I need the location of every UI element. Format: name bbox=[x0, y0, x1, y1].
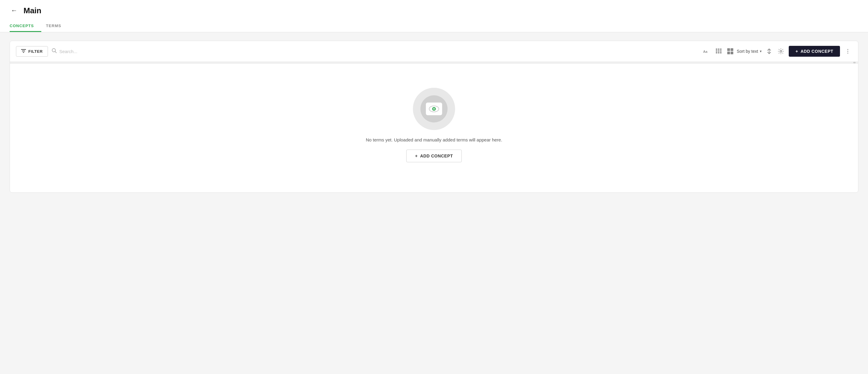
sort-direction-button[interactable] bbox=[765, 47, 773, 55]
back-button[interactable]: ← bbox=[10, 5, 19, 16]
svg-rect-8 bbox=[720, 49, 721, 50]
filter-icon bbox=[21, 49, 26, 54]
svg-point-20 bbox=[780, 50, 782, 52]
add-concept-label: ADD CONCEPT bbox=[801, 49, 833, 54]
main-card: FILTER Aa bbox=[10, 41, 858, 193]
view-icons: Aa bbox=[703, 48, 733, 54]
scrollbar-thumb[interactable] bbox=[853, 62, 856, 63]
content-area: FILTER Aa bbox=[0, 32, 868, 201]
tab-concepts[interactable]: CONCEPTS bbox=[10, 21, 41, 32]
svg-rect-6 bbox=[716, 49, 717, 50]
svg-rect-10 bbox=[718, 50, 719, 52]
add-concept-empty-plus-icon: + bbox=[415, 153, 418, 159]
svg-point-27 bbox=[434, 109, 435, 110]
svg-point-22 bbox=[847, 51, 848, 52]
svg-rect-14 bbox=[720, 52, 721, 53]
search-input[interactable] bbox=[59, 49, 172, 54]
more-options-button[interactable] bbox=[844, 47, 852, 56]
page-title: Main bbox=[24, 6, 41, 16]
filter-button[interactable]: FILTER bbox=[16, 46, 48, 57]
filter-label: FILTER bbox=[28, 49, 43, 54]
svg-rect-17 bbox=[727, 52, 730, 54]
tab-terms[interactable]: TERMS bbox=[46, 21, 69, 32]
svg-rect-9 bbox=[716, 50, 717, 52]
empty-icon-box bbox=[426, 103, 442, 115]
tabs-bar: CONCEPTS TERMS bbox=[10, 21, 858, 32]
settings-button[interactable] bbox=[777, 47, 785, 56]
svg-rect-13 bbox=[718, 52, 719, 53]
sort-label: Sort by text bbox=[737, 49, 758, 54]
search-icon bbox=[52, 48, 57, 55]
svg-rect-16 bbox=[731, 48, 733, 51]
header: ← Main CONCEPTS TERMS bbox=[0, 0, 868, 32]
grid-large-icon[interactable] bbox=[727, 48, 733, 54]
svg-point-23 bbox=[847, 53, 848, 54]
add-concept-plus-icon: + bbox=[795, 49, 798, 54]
sort-dropdown-icon: ▾ bbox=[760, 49, 762, 53]
add-concept-button[interactable]: + ADD CONCEPT bbox=[789, 46, 840, 57]
text-size-icon[interactable]: Aa bbox=[703, 49, 710, 54]
svg-rect-11 bbox=[720, 50, 721, 52]
empty-icon-outer-circle bbox=[413, 88, 455, 130]
grid-small-icon[interactable] bbox=[716, 49, 722, 54]
scrollbar-area bbox=[10, 62, 858, 64]
search-wrap bbox=[52, 48, 172, 55]
svg-line-4 bbox=[55, 52, 56, 53]
toolbar: FILTER Aa bbox=[10, 41, 858, 62]
svg-rect-15 bbox=[727, 48, 730, 51]
empty-state: No terms yet. Uploaded and manually adde… bbox=[10, 64, 858, 193]
svg-rect-12 bbox=[716, 52, 717, 53]
svg-rect-7 bbox=[718, 49, 719, 50]
empty-icon-inner-circle bbox=[421, 95, 447, 122]
sort-wrap[interactable]: Sort by text ▾ bbox=[737, 49, 762, 54]
add-concept-empty-button[interactable]: + ADD CONCEPT bbox=[406, 150, 462, 162]
svg-rect-18 bbox=[731, 52, 733, 54]
add-concept-empty-label: ADD CONCEPT bbox=[420, 153, 453, 159]
header-top: ← Main bbox=[10, 5, 858, 16]
svg-point-21 bbox=[847, 49, 848, 50]
svg-text:Aa: Aa bbox=[703, 50, 708, 53]
empty-message: No terms yet. Uploaded and manually adde… bbox=[366, 137, 502, 142]
